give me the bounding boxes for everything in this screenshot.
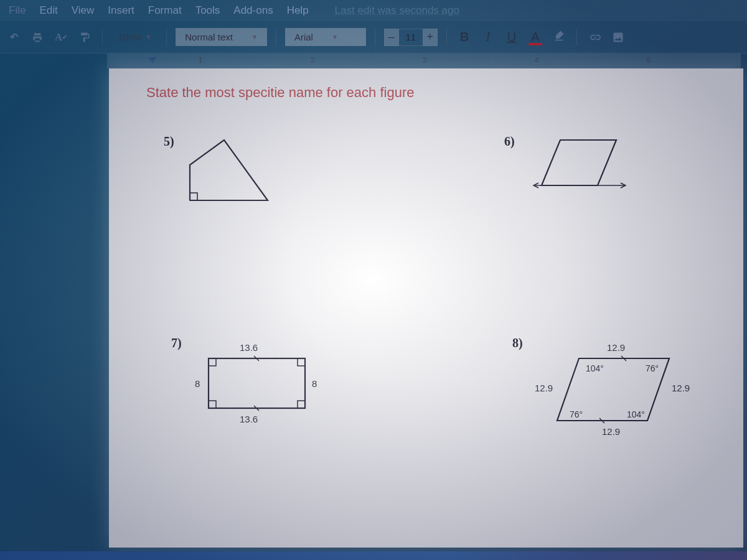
separator — [375, 29, 375, 45]
tab-marker-icon[interactable] — [148, 57, 157, 63]
ruler-mark: 5 — [647, 56, 651, 65]
font-size-value[interactable]: 11 — [399, 29, 423, 46]
horizontal-ruler[interactable]: 1 2 3 4 5 — [107, 54, 741, 68]
figure-8-dim-top: 12.9 — [607, 342, 625, 353]
toolbar: ↶ A✔ 100%▼ Normal text▼ Arial▼ – 11 + B … — [0, 21, 747, 54]
text-color-button[interactable]: A — [527, 30, 544, 44]
menu-file[interactable]: File — [9, 4, 26, 17]
separator — [102, 29, 103, 45]
window-bottom-edge — [0, 551, 747, 560]
insert-image-icon[interactable] — [609, 29, 627, 46]
figure-8-rhombus — [545, 346, 688, 439]
svg-rect-4 — [209, 358, 216, 366]
document-heading[interactable]: State the most specitie name for each fi… — [146, 85, 414, 101]
svg-rect-0 — [190, 193, 197, 200]
separator — [276, 29, 276, 45]
insert-link-icon[interactable] — [586, 29, 603, 46]
figure-8-angle-tl: 104° — [586, 363, 604, 373]
svg-rect-7 — [298, 401, 305, 408]
problem-7-label: 7) — [171, 336, 182, 350]
font-size-stepper: – 11 + — [384, 29, 438, 46]
spellcheck-icon[interactable]: A✔ — [52, 29, 70, 46]
zoom-select[interactable]: 100%▼ — [111, 29, 157, 45]
svg-rect-5 — [298, 358, 305, 366]
menu-addons[interactable]: Add-ons — [233, 4, 273, 17]
separator — [166, 29, 167, 45]
bold-button[interactable]: B — [456, 30, 473, 44]
ruler-mark: 4 — [535, 56, 539, 65]
figure-7-dim-left: 8 — [195, 378, 200, 389]
menu-tools[interactable]: Tools — [195, 4, 220, 17]
figure-8-dim-bottom: 12.9 — [602, 426, 620, 437]
figure-8-angle-bl: 76° — [570, 409, 583, 419]
underline-button[interactable]: U — [503, 30, 520, 44]
figure-7-dim-top: 13.6 — [240, 342, 258, 353]
undo-icon[interactable]: ↶ — [5, 29, 22, 46]
document-page[interactable]: State the most specitie name for each fi… — [109, 68, 743, 548]
menu-edit[interactable]: Edit — [39, 4, 57, 17]
menu-bar: File Edit View Insert Format Tools Add-o… — [0, 0, 747, 21]
font-size-increase[interactable]: + — [423, 29, 438, 46]
problem-6-label: 6) — [504, 134, 515, 149]
font-select[interactable]: Arial▼ — [285, 28, 366, 46]
last-edit-link[interactable]: Last edit was seconds ago — [335, 4, 459, 17]
figure-8-dim-right: 12.9 — [672, 383, 690, 393]
ruler-mark: 3 — [423, 56, 427, 65]
svg-rect-6 — [209, 401, 216, 408]
figure-8-angle-br: 104° — [627, 409, 645, 419]
ruler-mark: 2 — [311, 56, 315, 65]
font-size-decrease[interactable]: – — [384, 29, 399, 46]
separator — [446, 29, 447, 45]
highlight-icon[interactable] — [550, 29, 568, 45]
figure-7-rectangle — [196, 346, 321, 427]
figure-6-parallelogram — [538, 131, 632, 199]
svg-marker-1 — [542, 140, 616, 185]
figure-8-dim-left: 12.9 — [535, 383, 553, 393]
menu-format[interactable]: Format — [148, 4, 182, 17]
problem-8-label: 8) — [512, 336, 523, 350]
figure-5-trapezoid — [177, 131, 283, 212]
menu-view[interactable]: View — [72, 4, 95, 17]
figure-7-dim-right: 8 — [312, 378, 317, 389]
paragraph-style-select[interactable]: Normal text▼ — [176, 28, 267, 46]
ruler-mark: 1 — [199, 56, 203, 65]
print-icon[interactable] — [29, 29, 46, 46]
menu-help[interactable]: Help — [287, 4, 309, 17]
separator — [576, 29, 577, 45]
menu-insert[interactable]: Insert — [108, 4, 134, 17]
svg-rect-3 — [209, 358, 305, 408]
figure-8-angle-tr: 76° — [646, 363, 659, 373]
italic-button[interactable]: I — [479, 30, 497, 44]
figure-7-dim-bottom: 13.6 — [240, 414, 258, 424]
paint-format-icon[interactable] — [76, 29, 93, 46]
problem-5-label: 5) — [164, 134, 174, 149]
